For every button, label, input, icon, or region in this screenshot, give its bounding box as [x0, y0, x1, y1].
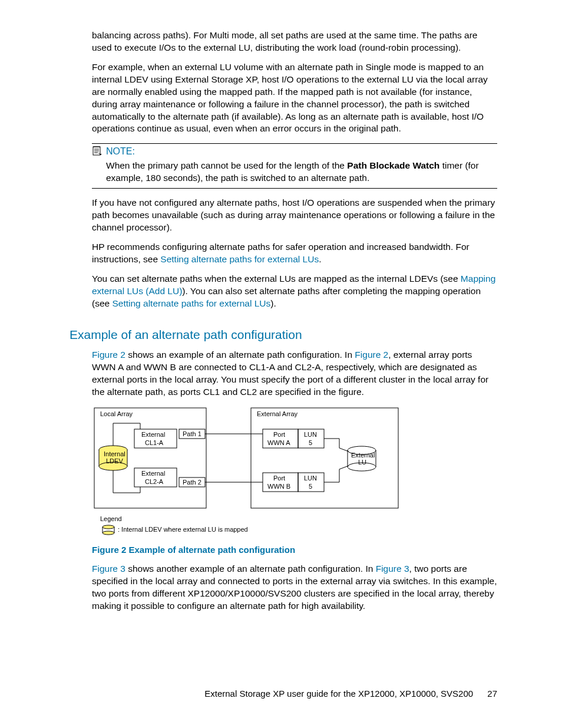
svg-line-42	[339, 466, 349, 469]
diagram-label: External	[141, 431, 165, 438]
section-heading: Example of an alternate path configurati…	[70, 327, 497, 343]
paragraph: balancing across paths). For Multi mode,…	[92, 29, 497, 54]
diagram-label: LUN	[304, 475, 317, 482]
diagram-label: LUN	[304, 431, 317, 438]
svg-line-39	[339, 448, 349, 452]
diagram-label: CL1-A	[145, 439, 164, 446]
figure-caption: Figure 2 Example of alternate path confi…	[92, 544, 497, 556]
diagram-label: WWN B	[267, 483, 290, 490]
diagram-label: 5	[309, 439, 312, 446]
link-alternate-paths[interactable]: Setting alternate paths for external LUs	[160, 254, 319, 264]
separator	[92, 188, 497, 189]
separator	[92, 143, 497, 144]
text: shows another example of an alternate pa…	[125, 564, 376, 574]
footer-title: External Storage XP user guide for the X…	[204, 689, 473, 699]
diagram-label: Path 1	[183, 430, 201, 437]
link-figure-3[interactable]: Figure 3	[376, 564, 409, 574]
link-figure-2[interactable]: Figure 2	[355, 350, 388, 360]
link-alternate-paths[interactable]: Setting alternate paths for external LUs	[112, 298, 270, 308]
diagram-label: WWN A	[267, 439, 290, 446]
diagram-label: Internal	[104, 450, 125, 457]
paragraph: You can set alternate paths when the ext…	[92, 273, 497, 310]
figure-2-diagram: Local Array Internal LDEV External	[92, 406, 402, 538]
link-figure-2[interactable]: Figure 2	[92, 350, 125, 360]
text: ).	[270, 298, 276, 308]
diagram-label: External	[141, 470, 165, 477]
legend-text: : Internal LDEV where external LU is map…	[118, 526, 248, 533]
text: You can set alternate paths when the ext…	[92, 274, 461, 284]
svg-point-46	[103, 531, 114, 535]
page-footer: External Storage XP user guide for the X…	[204, 688, 497, 700]
legend-label: Legend	[100, 515, 122, 522]
paragraph: For example, when an external LU volume …	[92, 61, 497, 136]
paragraph: Figure 3 shows another example of an alt…	[92, 563, 497, 612]
text-bold: Path Blockade Watch	[347, 160, 439, 170]
paragraph: HP recommends configuring alternate path…	[92, 241, 497, 266]
text: shows an example of an alternate path co…	[125, 350, 355, 360]
note-heading: NOTE:	[106, 145, 135, 158]
text: .	[319, 254, 321, 264]
svg-point-43	[103, 525, 114, 529]
note-body: When the primary path cannot be used for…	[106, 160, 497, 185]
diagram-label: CL2-A	[145, 478, 164, 485]
diagram-label: Path 2	[183, 479, 201, 486]
paragraph: Figure 2 shows an example of an alternat…	[92, 349, 497, 398]
note-block: NOTE:	[92, 145, 497, 160]
paragraph: If you have not configured any alternate…	[92, 197, 497, 234]
page-number: 27	[487, 689, 497, 699]
diagram-label: External	[351, 452, 375, 459]
text: When the primary path cannot be used for…	[106, 160, 347, 170]
diagram-label: Local Array	[100, 410, 133, 417]
diagram-label: LU	[358, 459, 366, 466]
link-figure-3[interactable]: Figure 3	[92, 564, 125, 574]
diagram-label: External Array	[257, 410, 298, 417]
diagram-label: 5	[309, 483, 312, 490]
note-icon	[92, 146, 104, 160]
diagram-label: Port	[273, 431, 285, 438]
diagram-label: LDEV	[106, 457, 123, 465]
diagram-label: Port	[273, 475, 285, 482]
